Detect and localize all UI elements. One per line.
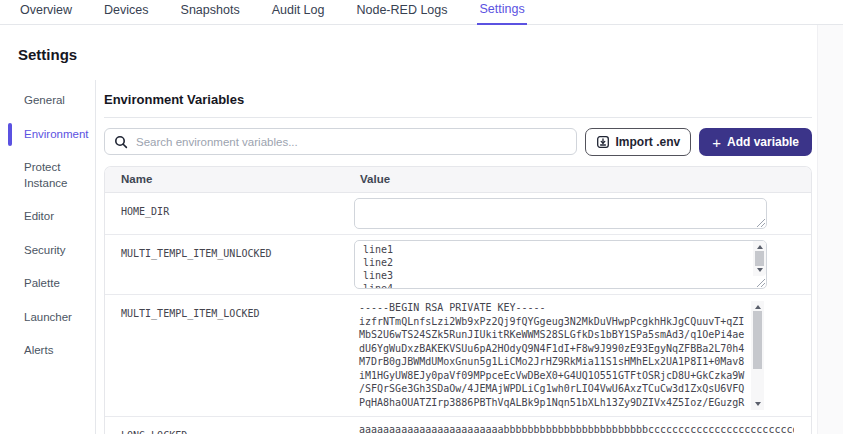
instance-tab-bar: Overview Devices Snapshots Audit Log Nod…: [0, 0, 843, 25]
add-variable-button[interactable]: + Add variable: [699, 128, 812, 156]
sidebar-item-protect-instance[interactable]: Protect Instance: [0, 151, 95, 200]
sidebar-item-alerts[interactable]: Alerts: [0, 334, 95, 368]
env-var-name: MULTI_TEMPL_ITEM_LOCKED: [105, 295, 353, 416]
sidebar-item-launcher[interactable]: Launcher: [0, 301, 95, 335]
table-row: MULTI_TEMPL_ITEM_UNLOCKED line1 line2 li…: [105, 235, 811, 295]
tab-settings[interactable]: Settings: [477, 0, 526, 25]
tab-overview[interactable]: Overview: [18, 0, 74, 24]
sidebar-item-general[interactable]: General: [0, 84, 95, 118]
env-var-value-cell: -----BEGIN RSA PRIVATE KEY----- izfrNTmQ…: [353, 295, 811, 416]
import-env-label: Import .env: [616, 135, 681, 149]
vertical-scrollbar[interactable]: [753, 241, 766, 276]
import-document-icon: [596, 135, 610, 149]
multi-templ-item-unlocked-textarea[interactable]: line1 line2 line3 line4: [354, 240, 767, 289]
sidebar-item-environment[interactable]: Environment: [0, 118, 95, 152]
plus-icon: +: [712, 135, 721, 150]
environment-panel: Environment Variables: [96, 80, 843, 434]
table-row: LONG_LOCKED aaaaaaaaaaaaaaaaaaaaaaaabbbb…: [105, 417, 811, 434]
sidebar-item-security[interactable]: Security: [0, 234, 95, 268]
sidebar-item-palette[interactable]: Palette: [0, 267, 95, 301]
env-vars-table: Name Value HOME_DIR MULTI_TEMPL_ITEM_UNL…: [104, 166, 812, 434]
section-title: Environment Variables: [104, 86, 812, 118]
vertical-scrollbar[interactable]: [751, 301, 764, 410]
env-var-value-cell: aaaaaaaaaaaaaaaaaaaaaaaabbbbbbbbbbbbbbbb…: [353, 417, 811, 434]
env-var-name: MULTI_TEMPL_ITEM_UNLOCKED: [105, 235, 353, 294]
add-variable-label: Add variable: [727, 135, 799, 149]
scrollbar-thumb[interactable]: [753, 311, 762, 369]
scroll-up-arrow-icon[interactable]: [755, 305, 761, 309]
multi-templ-item-locked-value: -----BEGIN RSA PRIVATE KEY----- izfrNTmQ…: [354, 300, 768, 411]
table-row: HOME_DIR: [105, 193, 811, 235]
tab-audit-log[interactable]: Audit Log: [270, 0, 327, 24]
column-header-name: Name: [105, 173, 353, 185]
settings-sidebar: General Environment Protect Instance Edi…: [0, 80, 96, 434]
env-var-name: HOME_DIR: [105, 193, 353, 234]
home-dir-value-textarea[interactable]: [354, 198, 767, 229]
scroll-up-arrow-icon[interactable]: [757, 245, 763, 249]
tab-devices[interactable]: Devices: [102, 0, 150, 24]
page-title: Settings: [0, 25, 843, 80]
search-input[interactable]: [136, 136, 567, 148]
sidebar-item-editor[interactable]: Editor: [0, 200, 95, 234]
settings-content: General Environment Protect Instance Edi…: [0, 80, 843, 434]
page-right-gutter: [817, 25, 843, 434]
column-header-value: Value: [353, 173, 811, 185]
scroll-down-arrow-icon[interactable]: [757, 268, 763, 272]
search-box: [104, 128, 577, 155]
env-var-value-cell: line1 line2 line3 line4: [353, 235, 811, 294]
table-row: MULTI_TEMPL_ITEM_LOCKED -----BEGIN RSA P…: [105, 295, 811, 417]
tab-node-red-logs[interactable]: Node-RED Logs: [354, 0, 449, 24]
table-header-row: Name Value: [105, 167, 811, 193]
scroll-down-arrow-icon[interactable]: [755, 402, 761, 406]
env-var-name: LONG_LOCKED: [105, 417, 353, 434]
tab-snapshots[interactable]: Snapshots: [179, 0, 242, 24]
search-icon: [114, 135, 128, 149]
env-toolbar: Import .env + Add variable: [104, 128, 812, 156]
long-locked-value: aaaaaaaaaaaaaaaaaaaaaaaabbbbbbbbbbbbbbbb…: [354, 422, 794, 434]
env-var-value-cell: [353, 193, 811, 234]
import-env-button[interactable]: Import .env: [585, 128, 692, 156]
scrollbar-thumb[interactable]: [755, 251, 764, 266]
